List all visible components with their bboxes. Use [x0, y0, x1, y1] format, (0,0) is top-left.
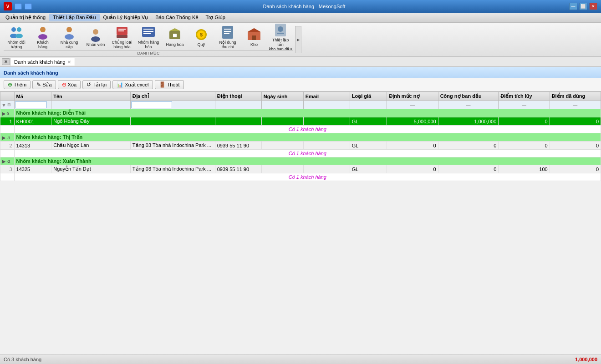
them-icon: ⊕ — [8, 81, 12, 88]
status-total-value: 1,000,000 — [575, 357, 597, 362]
col-email-header: Email — [303, 92, 350, 101]
quy-label: Quỹ — [197, 43, 205, 47]
svg-point-9 — [91, 36, 100, 42]
col-loai-gia-header: Loại giá — [350, 92, 387, 101]
group-header-1[interactable]: ▶ -1 Nhóm khách hàng: Thị Trấn — [0, 133, 601, 142]
row-ten: Nguyễn Tấn Đạt — [51, 165, 131, 173]
minimize-btn[interactable]: — — [569, 3, 577, 10]
row-ten: Chầu Ngọc Lan — [51, 142, 131, 150]
row-dien-thoai — [215, 117, 261, 126]
xuat-excel-label: Xuất excel — [125, 82, 148, 88]
quick-access-btn2[interactable] — [25, 3, 32, 10]
table-row[interactable]: 2 14313 Chầu Ngọc Lan Tầng 03 Tòa nhà In… — [0, 142, 601, 150]
toolbar-chung-loai[interactable]: Chủng loạihàng hóa — [109, 24, 135, 50]
nha-cung-cap-label: Nhà cungcấp — [61, 40, 78, 50]
title-separator: — — [35, 4, 39, 9]
status-total-label: Có 3 khách hàng — [4, 357, 41, 362]
svg-rect-15 — [143, 29, 153, 30]
row-diem-tich-luy: 0 — [499, 117, 550, 126]
menu-quan-ly[interactable]: Quản Lý Nghiệp Vụ — [100, 14, 152, 21]
menu-quan-tri[interactable]: Quản trị hệ thống — [2, 14, 49, 21]
col-dien-thoai-header: Điện thoại — [215, 92, 261, 101]
row-stt: 2 — [0, 142, 15, 150]
toolbar-nhom-doi-tuong[interactable]: Nhóm đốitượng — [4, 24, 29, 50]
filter-dia-chi[interactable] — [131, 101, 172, 108]
toolbar-quy[interactable]: $ Quỹ — [188, 24, 214, 50]
tab-danh-sach-khach-hang[interactable]: Danh sách khách hàng ✕ — [10, 58, 75, 66]
noi-dung-thu-chi-icon — [220, 25, 235, 40]
noi-dung-thu-chi-label: Nội dungthu chi — [219, 40, 236, 50]
row-stt: 3 — [0, 165, 15, 173]
toolbar-nha-cung-cap[interactable]: Nhà cungcấp — [56, 24, 82, 50]
thoat-icon: 🚪 — [159, 81, 166, 88]
svg-text:$: $ — [200, 32, 203, 37]
svg-point-1 — [17, 27, 21, 32]
tai-lai-icon: ↺ — [87, 81, 91, 88]
nhan-vien-label: Nhân viên — [87, 43, 105, 47]
sua-btn[interactable]: ✎ Sửa — [32, 80, 56, 89]
svg-rect-17 — [143, 33, 151, 34]
row-ten: Ngô Hoàng Đầy — [51, 117, 131, 126]
row-email — [303, 165, 350, 173]
expand-icon-1[interactable]: ▶ -1 — [2, 136, 10, 140]
row-email — [303, 142, 350, 150]
toolbar-nhan-vien[interactable]: Nhân viên — [83, 24, 108, 50]
tai-lai-label: Tải lại — [92, 82, 107, 88]
svg-point-6 — [66, 27, 72, 32]
col-ma-header: Mã — [14, 92, 51, 101]
tai-lai-btn[interactable]: ↺ Tải lại — [82, 80, 111, 89]
tab-close-icon[interactable]: ✕ — [67, 60, 71, 65]
toolbar-noi-dung-thu-chi[interactable]: Nội dungthu chi — [215, 24, 240, 50]
col-dinh-muc-no-header: Định mức nợ — [387, 92, 438, 101]
expand-icon-0[interactable]: ▶ 0 — [2, 111, 9, 116]
data-table: Mã Tên Địa chỉ Điện thoại Ngày sinh Emai… — [0, 91, 601, 181]
svg-rect-20 — [173, 34, 177, 37]
app-logo: V — [4, 2, 12, 10]
them-btn[interactable]: ⊕ Thêm — [4, 80, 31, 89]
expand-icon-2[interactable]: ▶ -2 — [2, 159, 10, 164]
svg-point-5 — [38, 34, 47, 40]
tab-label: Danh sách khách hàng — [14, 59, 66, 65]
filter-ma[interactable] — [15, 101, 47, 108]
title-bar: V — Danh sách khách hàng - MekongSoft — … — [0, 0, 601, 13]
group-summary-1: Có 1 khách hàng — [0, 150, 601, 157]
restore-btn[interactable]: ⬜ — [579, 3, 587, 10]
quick-access-btn[interactable] — [15, 3, 22, 10]
table-row[interactable]: 3 14325 Nguyễn Tấn Đạt Tầng 03 Tòa nhà I… — [0, 165, 601, 173]
menu-bao-cao[interactable]: Báo Cáo Thống Kê — [152, 14, 202, 21]
col-cong-no-header: Công nợ ban đầu — [438, 92, 499, 101]
toolbar-khach-hang[interactable]: Kháchhàng — [30, 24, 56, 50]
row-dia-chi — [130, 117, 215, 126]
them-label: Thêm — [14, 82, 26, 87]
hang-hoa-icon — [168, 27, 182, 42]
col-diem-da-dung-header: Điểm đã dùng — [550, 92, 601, 101]
action-toolbar: ⊕ Thêm ✎ Sửa ⊖ Xóa ↺ Tải lại 📊 Xuất exce… — [0, 78, 601, 91]
menu-tro-giup[interactable]: Trợ Giúp — [202, 14, 229, 21]
filter-icon: ⊞ — [7, 102, 11, 108]
toolbar-nhom-hang-hoa[interactable]: Nhóm hànghóa — [136, 24, 161, 50]
toolbar-thiet-lap-ton-kho[interactable]: Thiết lập tồnkho ban đầu — [268, 24, 293, 50]
svg-rect-11 — [117, 35, 127, 38]
toolbar-hang-hoa[interactable]: Hàng hóa — [162, 24, 188, 50]
khach-hang-icon — [36, 25, 50, 40]
toolbar-kho[interactable]: Kho — [241, 24, 267, 50]
toolbar-scroll-right[interactable]: ▶ — [295, 26, 301, 53]
row-cong-no: 0 — [438, 142, 499, 150]
close-all-tabs-btn[interactable]: ✕ — [2, 58, 10, 65]
table-row[interactable]: 1 KH0001 Ngô Hoàng Đầy GL 5,000,000 1,00… — [0, 117, 601, 126]
menu-thiet-lap[interactable]: Thiết Lập Ban Đầu — [49, 14, 99, 21]
row-loai-gia: GL — [350, 142, 387, 150]
group-header-0[interactable]: ▶ 0 Nhóm khách hàng: Diễn Thái — [0, 109, 601, 117]
nhom-hang-hoa-icon — [141, 25, 156, 40]
svg-point-4 — [40, 27, 46, 32]
group-summary-2: Có 1 khách hàng — [0, 173, 601, 181]
group-header-2[interactable]: ▶ -2 Nhóm khách hàng: Xuân Thành — [0, 157, 601, 165]
row-toggle-icon[interactable]: ▼ — [1, 102, 6, 108]
xuat-excel-btn[interactable]: 📊 Xuất excel — [112, 80, 153, 89]
xoa-btn[interactable]: ⊖ Xóa — [58, 80, 81, 89]
group-label-2: Nhóm khách hàng: Xuân Thành — [14, 157, 601, 165]
kho-label: Kho — [250, 43, 258, 47]
close-btn[interactable]: ✕ — [589, 3, 597, 10]
thoat-btn[interactable]: 🚪 Thoát — [155, 80, 184, 89]
xoa-icon: ⊖ — [62, 81, 66, 88]
